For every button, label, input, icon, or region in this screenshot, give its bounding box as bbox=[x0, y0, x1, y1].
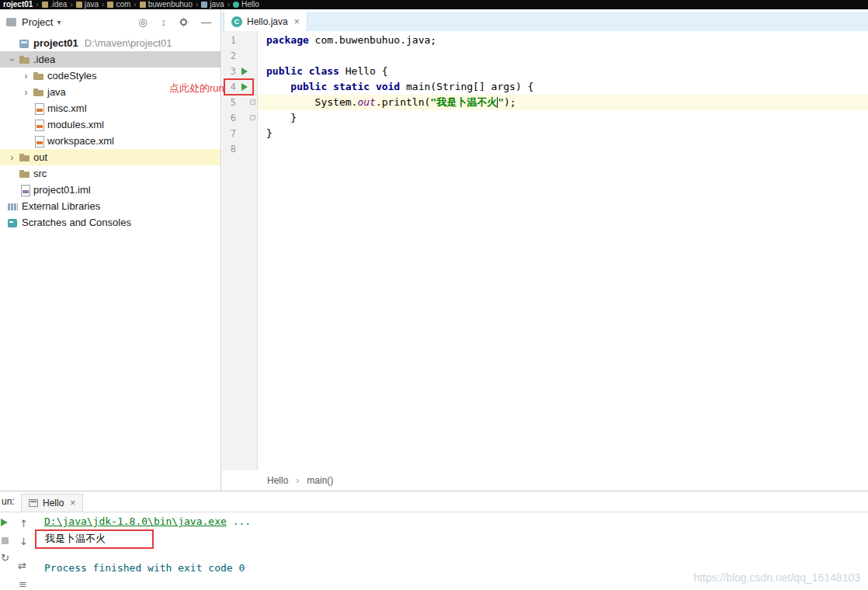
editor-tab-bar: Hello.java × bbox=[222, 9, 868, 31]
console-link[interactable]: D:\java\jdk-1.8.0\bin\java.exe bbox=[44, 515, 227, 527]
code-token: ); bbox=[504, 96, 516, 108]
chevron-right-icon: › bbox=[102, 0, 104, 9]
tree-item-project01[interactable]: project01D:\maven\project01 bbox=[0, 35, 220, 51]
top-breadcrumb: roject01›.idea›java›com›buwenbuhuo›java›… bbox=[0, 0, 868, 9]
breadcrumb-item-java[interactable]: java bbox=[201, 0, 224, 9]
tree-item-external-libraries[interactable]: External Libraries bbox=[0, 198, 220, 214]
scratch-icon bbox=[6, 217, 19, 229]
code-token: } bbox=[266, 112, 297, 123]
code-token: Hello { bbox=[339, 65, 388, 77]
breadcrumb-item-hello[interactable]: Hello bbox=[233, 0, 259, 9]
run-line-icon[interactable] bbox=[241, 68, 248, 75]
breadcrumb-class[interactable]: Hello bbox=[267, 475, 288, 486]
code-token: " bbox=[498, 96, 504, 108]
code-token: public bbox=[266, 65, 303, 77]
fold-marker-icon[interactable] bbox=[250, 99, 255, 105]
code-token bbox=[303, 65, 309, 77]
tree-item-misc-xml[interactable]: misc.xml bbox=[0, 100, 220, 116]
tree-item-label: out bbox=[33, 151, 47, 163]
folder-icon bbox=[32, 70, 45, 82]
tree-item-label: workspace.xml bbox=[47, 135, 114, 147]
code-line-2: 2 bbox=[222, 48, 868, 64]
code-token: "我是卜温不火 bbox=[430, 96, 497, 108]
breadcrumb-item-idea[interactable]: .idea bbox=[42, 0, 68, 9]
watermark: https://blog.csdn.net/qq_16148103 bbox=[693, 571, 860, 584]
ide-window: roject01›.idea›java›com›buwenbuhuo›java›… bbox=[0, 0, 868, 590]
chevron-right-icon: › bbox=[296, 475, 299, 486]
run-line-icon[interactable] bbox=[241, 83, 248, 91]
tree-item-out[interactable]: ›out bbox=[0, 149, 220, 165]
iml-icon bbox=[18, 184, 31, 196]
breadcrumb-label: com bbox=[116, 0, 130, 9]
close-icon[interactable]: × bbox=[70, 498, 75, 508]
down-stack-trace-icon[interactable]: ↓ bbox=[19, 536, 28, 547]
gutter-cell: 3 bbox=[222, 64, 258, 79]
editor-pane[interactable]: 1package com.buwenbuhuo.java;23public cl… bbox=[222, 31, 868, 470]
xml-icon bbox=[32, 119, 45, 131]
console-line-3 bbox=[44, 545, 868, 560]
chevron-right-icon: › bbox=[227, 0, 230, 9]
hide-panel-icon[interactable]: — bbox=[201, 16, 211, 28]
breadcrumb-method[interactable]: main() bbox=[307, 475, 333, 486]
gutter-cell: 4 bbox=[222, 79, 258, 95]
tab-hello-java[interactable]: Hello.java × bbox=[224, 12, 307, 31]
console-icon bbox=[29, 499, 38, 507]
tree-item-label: .idea bbox=[33, 54, 55, 65]
chevron-down-icon: ▾ bbox=[57, 18, 61, 26]
breadcrumb-label: buwenbuhuo bbox=[148, 0, 193, 9]
chevron-right-icon: › bbox=[134, 0, 136, 9]
rerun-icon[interactable] bbox=[1, 519, 8, 526]
tree-item-src[interactable]: src bbox=[0, 165, 220, 182]
locate-file-icon[interactable]: ◎ bbox=[138, 16, 147, 28]
chevron-collapsed-icon[interactable]: › bbox=[20, 87, 32, 98]
console-text: ... bbox=[227, 515, 251, 527]
editor-area: Hello.java × 1package com.buwenbuhuo.jav… bbox=[222, 9, 868, 491]
project-panel-header: Project ▾ ◎ ↕ — bbox=[0, 9, 220, 35]
chevron-collapsed-icon[interactable]: › bbox=[20, 71, 32, 82]
scroll-to-end-icon[interactable]: ≡ bbox=[19, 579, 27, 589]
breadcrumb-item-roject01[interactable]: roject01 bbox=[3, 0, 33, 9]
code-token: System. bbox=[266, 96, 357, 108]
tree-item-workspace-xml[interactable]: workspace.xml bbox=[0, 133, 220, 149]
chevron-expanded-icon[interactable]: › bbox=[7, 54, 18, 65]
gutter-icon-slot bbox=[236, 83, 253, 91]
tree-item-label: src bbox=[33, 168, 47, 179]
chevron-right-icon: › bbox=[36, 0, 38, 9]
tree-item-label: Scratches and Consoles bbox=[22, 217, 131, 228]
editor-breadcrumb: Hello › main() bbox=[222, 470, 868, 491]
code-token: main(String[] args) { bbox=[400, 81, 533, 92]
collapse-all-icon[interactable]: ↕ bbox=[161, 16, 167, 28]
breadcrumb-item-java[interactable]: java bbox=[76, 0, 99, 9]
tree-item-path: D:\maven\project01 bbox=[85, 37, 172, 49]
chevron-collapsed-icon[interactable]: › bbox=[6, 152, 18, 163]
fold-marker-icon[interactable] bbox=[250, 115, 255, 120]
folder-icon bbox=[140, 2, 146, 8]
code-line-6: 6 } bbox=[222, 110, 868, 126]
gutter-cell: 1 bbox=[222, 33, 258, 48]
soft-wrap-icon[interactable]: ⇄ bbox=[18, 560, 26, 571]
gear-icon[interactable] bbox=[180, 19, 187, 26]
breadcrumb-item-buwenbuhuo[interactable]: buwenbuhuo bbox=[140, 0, 193, 9]
code-text: public class Hello { bbox=[258, 64, 868, 79]
tree-item-project01-iml[interactable]: project01.iml bbox=[0, 182, 220, 198]
tree-item-label: External Libraries bbox=[22, 200, 100, 212]
editor-code: 1package com.buwenbuhuo.java;23public cl… bbox=[222, 31, 868, 157]
tree-item-idea[interactable]: ›.idea bbox=[0, 51, 220, 68]
run-tab-hello[interactable]: Hello × bbox=[21, 494, 83, 512]
breadcrumb-item-com[interactable]: com bbox=[107, 0, 130, 9]
run-panel-label: un: bbox=[2, 496, 15, 507]
line-number: 7 bbox=[224, 126, 236, 141]
tree-item-scratches-and-consoles[interactable]: Scratches and Consoles bbox=[0, 214, 220, 231]
up-stack-trace-icon[interactable]: ↑ bbox=[19, 519, 28, 529]
restart-icon[interactable]: ↻ bbox=[1, 553, 9, 563]
stop-icon[interactable] bbox=[2, 537, 9, 544]
line-number: 1 bbox=[224, 33, 236, 48]
code-line-1: 1package com.buwenbuhuo.java; bbox=[222, 33, 868, 48]
line-number: 2 bbox=[224, 48, 236, 64]
folder-icon bbox=[18, 151, 31, 164]
chevron-right-icon: › bbox=[196, 0, 198, 9]
project-view-selector[interactable]: Project ▾ bbox=[22, 16, 61, 28]
close-icon[interactable]: × bbox=[294, 16, 300, 27]
breadcrumb-label: roject01 bbox=[3, 0, 33, 9]
tree-item-modules-xml[interactable]: modules.xml bbox=[0, 116, 220, 133]
